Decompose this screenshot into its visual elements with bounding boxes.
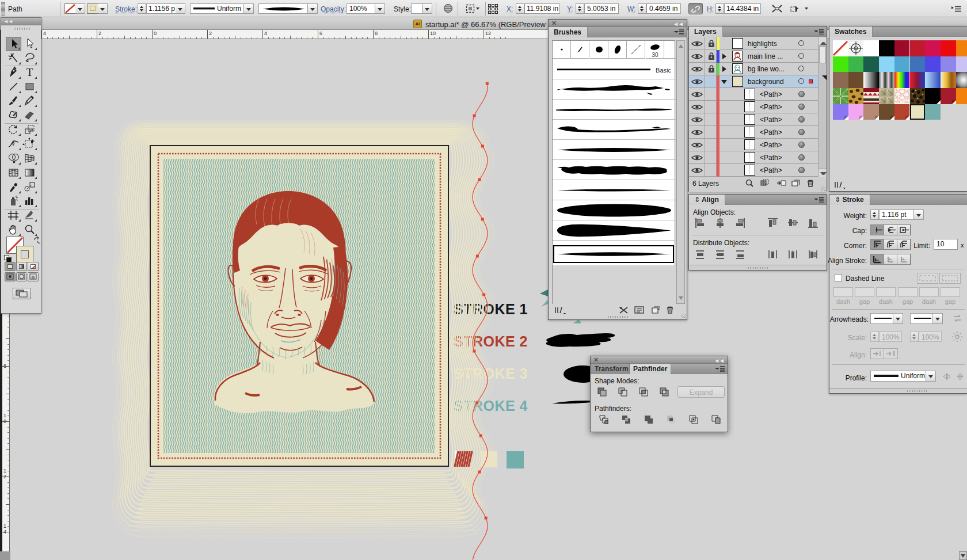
svg-text:T: T [26,66,33,78]
svg-text:30: 30 [652,52,658,58]
svg-text:Basic: Basic [656,67,671,74]
